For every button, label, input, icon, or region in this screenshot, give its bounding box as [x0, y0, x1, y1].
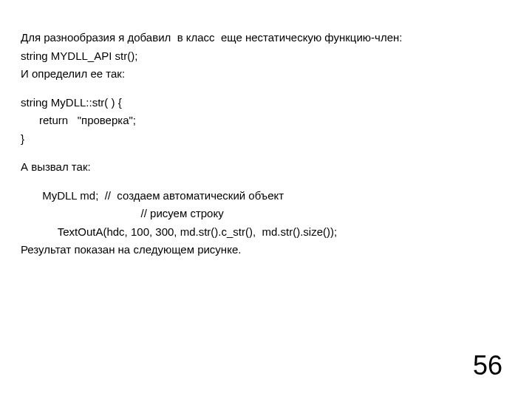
code-line: TextOutA(hdc, 100, 300, md.str().c_str()… [21, 224, 511, 241]
spacer [21, 177, 511, 188]
spacer [21, 84, 511, 95]
page-number: 56 [473, 350, 502, 381]
code-line: // рисуем строку [21, 205, 511, 222]
text-line: Для разнообразия я добавил в класс еще н… [21, 30, 511, 47]
document-body: Для разнообразия я добавил в класс еще н… [0, 0, 532, 259]
code-line: string MYDLL_API str(); [21, 48, 511, 65]
code-line: string MyDLL::str( ) { [21, 95, 511, 112]
text-line: Результат показан на следующем рисунке. [21, 242, 511, 259]
spacer [21, 149, 511, 159]
text-line: И определил ее так: [21, 66, 511, 83]
text-line: А вызвал так: [21, 159, 511, 176]
code-line: return "проверка"; [21, 112, 511, 129]
code-line: MyDLL md; // создаем автоматический объе… [21, 188, 511, 205]
code-line: } [21, 131, 511, 148]
